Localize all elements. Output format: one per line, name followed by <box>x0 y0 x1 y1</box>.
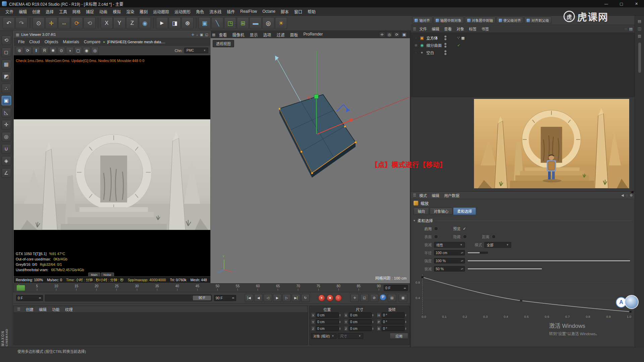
material-manager-tab[interactable]: 功能 <box>52 307 60 312</box>
lv-material-ball-icon[interactable]: ◑ <box>66 47 73 54</box>
frame-range-slider[interactable]: 90 F <box>45 295 212 301</box>
lv-refresh-icon[interactable]: ⟳ <box>24 47 32 54</box>
assistant-widget[interactable]: A <box>616 295 644 312</box>
texture-tag-icon[interactable]: ▦ <box>461 36 465 40</box>
menu-item[interactable]: 帮助 <box>305 8 318 15</box>
object-row-null[interactable]: · ⌖ 空白 <box>411 49 635 56</box>
stepper-icon[interactable]: ▴▾ <box>372 320 375 323</box>
redo-button[interactable]: ↷ <box>15 17 28 29</box>
stepper-icon[interactable]: ▴▾ <box>339 327 342 330</box>
model-mode-icon[interactable]: ◻ <box>2 48 11 57</box>
object-row-subdivision[interactable]: ⊟ ◉ 细分曲面 ✓ <box>411 42 635 49</box>
lv-pin-icon[interactable]: ✛ <box>192 33 194 37</box>
enable-axis-icon[interactable]: ✛ <box>2 120 11 129</box>
radius-field[interactable]: 100 cm▴▾ <box>434 250 465 255</box>
preview-check-icon[interactable]: ✓ <box>463 227 466 231</box>
autokey-button[interactable]: ◆ <box>327 295 333 301</box>
z-axis-lock-button[interactable]: Z <box>126 17 138 29</box>
surface-checkbox[interactable] <box>434 235 438 239</box>
coordinate-field[interactable]: 0 cm <box>349 312 372 318</box>
object-label[interactable]: 空白 <box>426 50 434 55</box>
section-collapse-icon[interactable]: ▾ <box>414 219 415 222</box>
mograph-cloner-button[interactable]: ⊞ <box>237 17 249 29</box>
timeline-ruler[interactable]: 051015202530354045505560657075808590 0 F… <box>13 283 410 292</box>
point-selection-tag-icon[interactable]: ∵ <box>457 36 460 40</box>
object-manager-menu-item[interactable]: 文件 <box>417 25 429 32</box>
apply-button[interactable]: 应用 <box>390 333 408 339</box>
align-button[interactable]: 对象居中到轴 <box>465 17 495 24</box>
lv-frame-icon[interactable]: ▢ <box>74 47 82 54</box>
coordinate-field[interactable]: 0 ° <box>382 319 405 324</box>
menu-item[interactable]: 工具 <box>56 8 70 15</box>
menu-item[interactable]: 捕捉 <box>83 8 97 15</box>
current-frame-marker[interactable] <box>16 285 25 291</box>
viewport-menu-item[interactable]: ProRender <box>301 31 326 38</box>
scale-tool-button[interactable]: ↔ <box>58 17 70 29</box>
lock-workplane-icon[interactable]: ◈ <box>2 156 11 166</box>
move-tool-button[interactable]: ✛ <box>45 17 57 29</box>
stepper-icon[interactable]: ▴▾ <box>405 314 408 316</box>
separator[interactable] <box>153 18 154 28</box>
toggle-view-icon[interactable]: ▣ <box>401 32 407 37</box>
menu-item[interactable]: 动画 <box>97 8 110 15</box>
filter-icon[interactable]: ▤ <box>629 27 633 31</box>
close-button[interactable]: ✕ <box>629 0 644 7</box>
lv-focus-icon[interactable]: ◎ <box>91 47 99 54</box>
menu-item[interactable]: 渲染 <box>123 8 137 15</box>
menu-item[interactable]: 流水线 <box>207 8 224 15</box>
menu-item[interactable]: 网格 <box>70 8 83 15</box>
coordinate-field[interactable]: 0 cm <box>316 326 339 331</box>
minimize-button[interactable]: — <box>599 0 614 7</box>
goto-start-button[interactable]: |◀ <box>245 294 253 302</box>
viewport-solo-icon[interactable]: ◎ <box>2 132 11 141</box>
align-button[interactable]: 对齐到父级 <box>524 17 551 24</box>
cube-primitive-button[interactable]: ▣ <box>199 17 211 29</box>
floor-button[interactable]: ▬ <box>250 17 262 29</box>
coordinate-field[interactable]: 0 cm <box>349 326 372 331</box>
object-manager-menu-item[interactable]: 编辑 <box>429 25 442 32</box>
current-frame-field[interactable]: 0 F◂▸ <box>16 295 43 301</box>
object-manager-menu-item[interactable]: 书签 <box>479 25 491 32</box>
texture-mode-icon[interactable]: ▦ <box>2 60 11 69</box>
polygons-mode-icon[interactable]: ▣ <box>2 96 11 105</box>
live-viewer-menu-item[interactable]: File <box>16 39 27 45</box>
panels-icon[interactable]: ◫ <box>637 26 642 31</box>
live-viewer-menu-item[interactable]: Compare <box>82 39 103 45</box>
soft-selection-section[interactable]: ▾ 柔和选择 <box>411 215 635 224</box>
avatar[interactable] <box>625 295 639 309</box>
decay-field[interactable]: 50 %▴▾ <box>434 266 465 272</box>
panel-collapse-handle[interactable]: ◀ <box>631 190 633 194</box>
strength-slider[interactable] <box>467 260 631 262</box>
lv-settings-icon[interactable]: ⊛ <box>16 47 23 54</box>
record-parameter-icon[interactable]: P <box>380 294 386 301</box>
stepper-icon[interactable]: ▴▾ <box>372 327 375 330</box>
prev-frame-button[interactable]: ◁ <box>264 294 272 302</box>
layout-icon[interactable]: ▤ <box>637 18 642 24</box>
channel-dropdown[interactable]: PMC▼ <box>184 48 208 53</box>
viewport-menu-item[interactable]: 查看 <box>216 31 229 38</box>
viewport-menu-item[interactable]: 显示 <box>247 31 260 38</box>
lv-resize-icon[interactable]: ◱ <box>205 33 208 37</box>
ruler-frame-field[interactable]: 0 F◂▸ <box>384 285 408 291</box>
keyframe-selection-button[interactable]: ○ <box>335 295 342 301</box>
menu-item[interactable]: 插件 <box>224 8 237 15</box>
viewport-menu-item[interactable]: 过滤 <box>274 31 287 38</box>
lv-pause-icon[interactable]: ‖ <box>33 47 40 54</box>
play-button[interactable]: ▶ <box>273 294 281 302</box>
visibility-dots[interactable] <box>444 50 446 55</box>
coordinate-field[interactable]: 0 cm <box>316 312 339 318</box>
tab-object-axis[interactable]: 对象轴心 <box>430 207 452 215</box>
pan-view-icon[interactable]: ✛ <box>379 32 385 37</box>
object-manager-menu-item[interactable]: 标签 <box>467 25 479 32</box>
attribute-menu-icon[interactable]: ☰ <box>413 193 416 197</box>
menu-item[interactable]: 文件 <box>3 8 16 15</box>
pen-spline-button[interactable]: ╲ <box>211 17 223 29</box>
snap-icon[interactable]: ∪ <box>2 144 11 154</box>
separator[interactable] <box>196 18 196 28</box>
prev-key-button[interactable]: ◀ <box>254 294 263 302</box>
search-icon[interactable]: ◌ <box>626 193 628 197</box>
live-viewer-menu-item[interactable]: Materials <box>60 39 82 45</box>
stepper-icon[interactable]: ▴▾ <box>405 320 408 323</box>
object-label[interactable]: 细分曲面 <box>426 43 442 48</box>
light-button[interactable]: ☀ <box>275 17 287 29</box>
